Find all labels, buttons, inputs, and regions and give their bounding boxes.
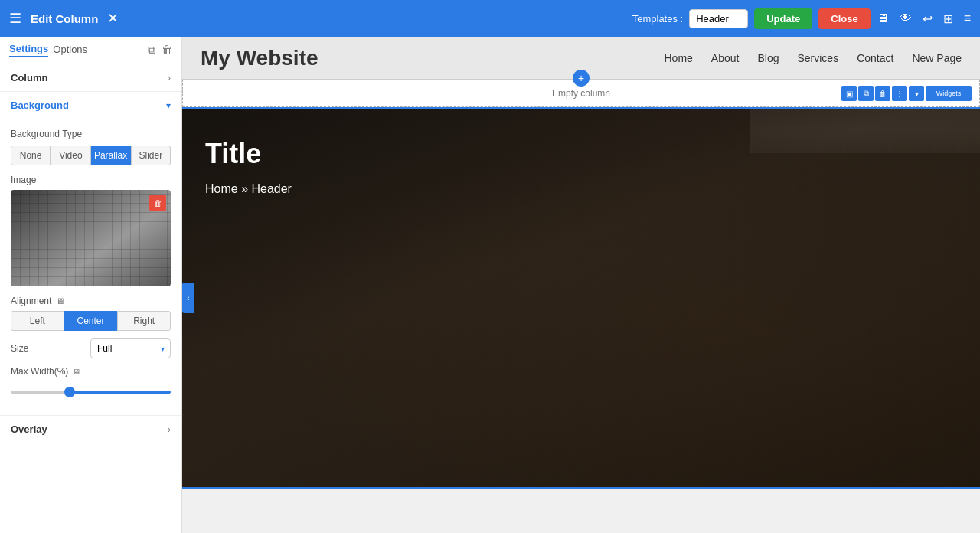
website-nav: Home About Blog Services Contact New Pag… xyxy=(664,52,962,64)
bg-parallax-button[interactable]: Parallax xyxy=(91,146,131,165)
nav-about[interactable]: About xyxy=(711,52,740,64)
empty-column-toolbar: ▣ ⧉ 🗑 ⋮ ▾ Widgets xyxy=(841,86,972,101)
selection-line-bottom xyxy=(182,487,980,489)
top-bar-right: Templates : Header Update Close 🖥 👁 ↩ ⊞ … xyxy=(632,8,971,29)
collapse-arrow[interactable]: ‹ xyxy=(182,283,194,313)
top-bar-left: ☰ Edit Column ✕ xyxy=(9,10,119,27)
column-section-arrow: › xyxy=(168,73,171,83)
bg-type-label: Background Type xyxy=(11,129,171,139)
copy-icon[interactable]: ⧉ xyxy=(148,44,155,57)
overlay-section-header[interactable]: Overlay › xyxy=(0,415,181,443)
history-icon[interactable]: ↩ xyxy=(923,11,933,26)
background-section-header[interactable]: Background ▾ xyxy=(0,92,181,119)
panel-title: Edit Column xyxy=(31,12,98,25)
menu-icon[interactable]: ≡ xyxy=(964,11,971,25)
column-section-header[interactable]: Column › xyxy=(0,64,181,92)
toolbar-select-btn[interactable]: ▣ xyxy=(841,86,857,101)
toolbar-copy-btn[interactable]: ⧉ xyxy=(858,86,874,101)
bg-video-button[interactable]: Video xyxy=(51,146,90,165)
image-preview[interactable]: 🗑 xyxy=(11,190,171,286)
image-label: Image xyxy=(11,175,171,185)
selection-line-top xyxy=(182,107,980,109)
max-width-slider[interactable] xyxy=(11,391,171,394)
alignment-label: Alignment xyxy=(11,296,51,306)
nav-blog[interactable]: Blog xyxy=(757,52,779,64)
toolbar-widgets-btn[interactable]: Widgets xyxy=(926,86,972,101)
close-button[interactable]: Close xyxy=(818,8,870,29)
hero-breadcrumb: Home » Header xyxy=(205,182,957,196)
tab-options[interactable]: Options xyxy=(53,44,87,57)
size-row: Size Full Auto Custom ▾ xyxy=(11,338,171,358)
main-layout: Settings Options ⧉ 🗑 Column › Background… xyxy=(0,37,980,533)
size-select-wrap: Full Auto Custom ▾ xyxy=(90,338,171,358)
overlay-section-arrow: › xyxy=(168,424,171,435)
background-section-label: Background xyxy=(11,100,69,111)
column-section-label: Column xyxy=(11,72,47,83)
hero-content: Title Home » Header xyxy=(182,107,980,211)
empty-column-bar: + Empty column ▣ ⧉ 🗑 ⋮ ▾ Widgets xyxy=(182,80,980,107)
hero-title: Title xyxy=(205,138,957,170)
bg-none-button[interactable]: None xyxy=(11,146,51,165)
toolbar-more-btn[interactable]: ▾ xyxy=(909,86,924,101)
hamburger-icon[interactable]: ☰ xyxy=(9,10,21,27)
trash-icon[interactable]: 🗑 xyxy=(162,44,172,57)
website-title: My Website xyxy=(201,46,318,70)
footer-area xyxy=(182,489,980,533)
size-select[interactable]: Full Auto Custom xyxy=(90,338,171,358)
slider-wrap xyxy=(11,381,171,403)
toolbar-drag-btn[interactable]: ⋮ xyxy=(892,86,907,101)
overlay-section-label: Overlay xyxy=(11,423,47,435)
max-width-row: Max Width(%) 🖥 xyxy=(11,366,171,377)
add-column-button[interactable]: + xyxy=(573,70,590,87)
max-width-label: Max Width(%) xyxy=(11,366,68,377)
hero-section: ‹ Title Home » Header xyxy=(182,107,980,489)
nav-new-page[interactable]: New Page xyxy=(912,52,962,64)
update-button[interactable]: Update xyxy=(754,8,812,29)
nav-home[interactable]: Home xyxy=(664,52,692,64)
tab-icons: ⧉ 🗑 xyxy=(148,44,172,57)
size-label: Size xyxy=(11,343,28,354)
top-bar: ☰ Edit Column ✕ Templates : Header Updat… xyxy=(0,0,980,37)
top-bar-icons: 🖥 👁 ↩ ⊞ ≡ xyxy=(877,11,971,26)
monitor-icon: 🖥 xyxy=(56,296,64,306)
left-panel: Settings Options ⧉ 🗑 Column › Background… xyxy=(0,37,182,533)
templates-label: Templates : xyxy=(632,13,683,25)
toolbar-delete-btn[interactable]: 🗑 xyxy=(875,86,890,101)
grid-icon[interactable]: ⊞ xyxy=(943,11,953,26)
image-delete-button[interactable]: 🗑 xyxy=(149,195,166,211)
align-left-button[interactable]: Left xyxy=(11,311,64,331)
bg-slider-button[interactable]: Slider xyxy=(131,146,171,165)
nav-contact[interactable]: Contact xyxy=(857,52,893,64)
empty-column-text: Empty column xyxy=(552,88,610,99)
nav-services[interactable]: Services xyxy=(797,52,838,64)
background-panel-body: Background Type None Video Parallax Slid… xyxy=(0,119,181,412)
background-section-arrow: ▾ xyxy=(166,100,171,111)
align-right-button[interactable]: Right xyxy=(117,311,171,331)
monitor-sm-icon: 🖥 xyxy=(73,368,80,376)
alignment-row: Alignment 🖥 xyxy=(11,296,171,306)
panel-tabs: Settings Options ⧉ 🗑 xyxy=(0,37,181,64)
close-panel-button[interactable]: ✕ xyxy=(107,10,119,27)
align-center-button[interactable]: Center xyxy=(64,311,118,331)
right-content: My Website Home About Blog Services Cont… xyxy=(182,37,980,533)
bg-type-btn-group: None Video Parallax Slider xyxy=(11,146,171,165)
alignment-btn-group: Left Center Right xyxy=(11,311,171,331)
templates-select[interactable]: Header xyxy=(689,9,748,28)
tab-settings[interactable]: Settings xyxy=(9,43,48,57)
building-image xyxy=(11,190,171,286)
desktop-icon[interactable]: 🖥 xyxy=(877,11,889,25)
eye-icon[interactable]: 👁 xyxy=(900,11,912,25)
